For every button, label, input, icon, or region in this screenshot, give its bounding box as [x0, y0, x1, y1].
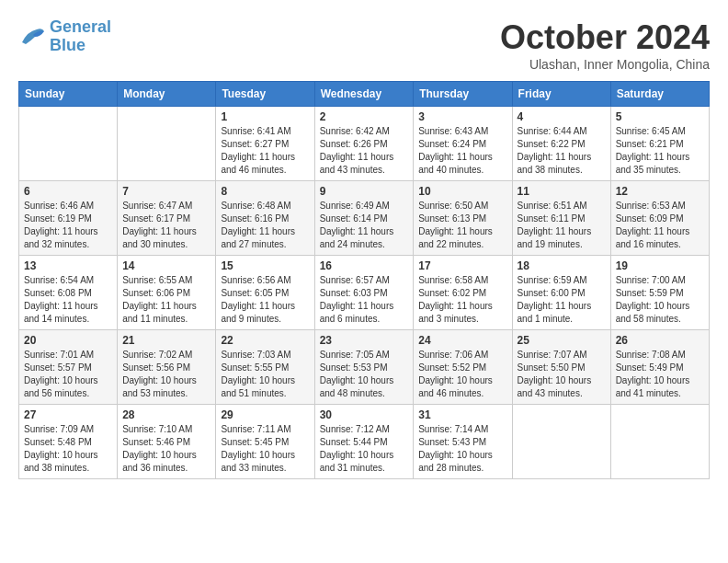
calendar-cell: 27Sunrise: 7:09 AM Sunset: 5:48 PM Dayli…: [19, 405, 118, 479]
day-number: 9: [320, 185, 409, 198]
calendar-cell: 14Sunrise: 6:55 AM Sunset: 6:06 PM Dayli…: [118, 256, 216, 330]
day-info: Sunrise: 7:14 AM Sunset: 5:43 PM Dayligh…: [418, 423, 506, 475]
calendar-cell: [512, 405, 610, 479]
calendar-cell: 31Sunrise: 7:14 AM Sunset: 5:43 PM Dayli…: [414, 405, 512, 479]
day-of-week-header: Monday: [118, 82, 216, 107]
day-number: 8: [221, 185, 309, 198]
day-number: 5: [616, 110, 704, 123]
calendar-cell: 3Sunrise: 6:43 AM Sunset: 6:24 PM Daylig…: [414, 107, 512, 181]
day-number: 13: [24, 259, 112, 272]
calendar-cell: 13Sunrise: 6:54 AM Sunset: 6:08 PM Dayli…: [19, 256, 118, 330]
day-of-week-header: Saturday: [610, 82, 709, 107]
day-number: 21: [122, 334, 210, 347]
day-info: Sunrise: 6:45 AM Sunset: 6:21 PM Dayligh…: [616, 125, 704, 177]
day-number: 18: [518, 259, 606, 272]
calendar-cell: 5Sunrise: 6:45 AM Sunset: 6:21 PM Daylig…: [610, 107, 709, 181]
day-info: Sunrise: 6:55 AM Sunset: 6:06 PM Dayligh…: [122, 274, 210, 326]
calendar-cell: 19Sunrise: 7:00 AM Sunset: 5:59 PM Dayli…: [610, 256, 709, 330]
day-number: 16: [320, 259, 409, 272]
day-info: Sunrise: 7:02 AM Sunset: 5:56 PM Dayligh…: [122, 349, 210, 400]
day-info: Sunrise: 7:07 AM Sunset: 5:50 PM Dayligh…: [518, 349, 606, 400]
calendar-cell: 12Sunrise: 6:53 AM Sunset: 6:09 PM Dayli…: [610, 181, 709, 256]
calendar-cell: 6Sunrise: 6:46 AM Sunset: 6:19 PM Daylig…: [19, 181, 118, 256]
day-number: 23: [320, 334, 409, 347]
calendar-cell: 15Sunrise: 6:56 AM Sunset: 6:05 PM Dayli…: [216, 256, 314, 330]
calendar-week-row: 20Sunrise: 7:01 AM Sunset: 5:57 PM Dayli…: [19, 330, 710, 405]
day-info: Sunrise: 6:41 AM Sunset: 6:27 PM Dayligh…: [221, 125, 309, 177]
calendar-cell: 2Sunrise: 6:42 AM Sunset: 6:26 PM Daylig…: [314, 107, 414, 181]
day-info: Sunrise: 7:12 AM Sunset: 5:44 PM Dayligh…: [320, 423, 409, 475]
day-info: Sunrise: 6:44 AM Sunset: 6:22 PM Dayligh…: [518, 125, 606, 177]
day-number: 30: [320, 408, 409, 421]
calendar-cell: [610, 405, 709, 479]
calendar-cell: [118, 107, 216, 181]
logo-text: General Blue: [50, 18, 111, 55]
day-info: Sunrise: 6:47 AM Sunset: 6:17 PM Dayligh…: [122, 200, 210, 251]
day-number: 19: [616, 259, 704, 272]
day-info: Sunrise: 6:56 AM Sunset: 6:05 PM Dayligh…: [221, 274, 309, 326]
day-number: 6: [24, 185, 112, 198]
calendar-cell: 28Sunrise: 7:10 AM Sunset: 5:46 PM Dayli…: [118, 405, 216, 479]
day-info: Sunrise: 7:05 AM Sunset: 5:53 PM Dayligh…: [320, 349, 409, 400]
calendar-cell: 4Sunrise: 6:44 AM Sunset: 6:22 PM Daylig…: [512, 107, 610, 181]
day-info: Sunrise: 6:54 AM Sunset: 6:08 PM Dayligh…: [24, 274, 112, 326]
logo-icon: [18, 24, 46, 50]
day-number: 22: [221, 334, 309, 347]
calendar-cell: 11Sunrise: 6:51 AM Sunset: 6:11 PM Dayli…: [512, 181, 610, 256]
day-of-week-header: Tuesday: [216, 82, 314, 107]
calendar-cell: 26Sunrise: 7:08 AM Sunset: 5:49 PM Dayli…: [610, 330, 709, 405]
day-of-week-header: Thursday: [414, 82, 512, 107]
calendar-cell: 29Sunrise: 7:11 AM Sunset: 5:45 PM Dayli…: [216, 405, 314, 479]
calendar-cell: 8Sunrise: 6:48 AM Sunset: 6:16 PM Daylig…: [216, 181, 314, 256]
day-info: Sunrise: 7:01 AM Sunset: 5:57 PM Dayligh…: [24, 349, 112, 400]
day-info: Sunrise: 6:53 AM Sunset: 6:09 PM Dayligh…: [616, 200, 704, 251]
calendar-cell: 17Sunrise: 6:58 AM Sunset: 6:02 PM Dayli…: [414, 256, 512, 330]
calendar-cell: 30Sunrise: 7:12 AM Sunset: 5:44 PM Dayli…: [314, 405, 414, 479]
day-of-week-header: Friday: [512, 82, 610, 107]
calendar-cell: 20Sunrise: 7:01 AM Sunset: 5:57 PM Dayli…: [19, 330, 118, 405]
day-number: 7: [122, 185, 210, 198]
calendar-cell: 25Sunrise: 7:07 AM Sunset: 5:50 PM Dayli…: [512, 330, 610, 405]
day-number: 25: [518, 334, 606, 347]
day-number: 28: [122, 408, 210, 421]
calendar-cell: 24Sunrise: 7:06 AM Sunset: 5:52 PM Dayli…: [414, 330, 512, 405]
day-number: 27: [24, 408, 112, 421]
day-number: 10: [418, 185, 506, 198]
calendar-body: 1Sunrise: 6:41 AM Sunset: 6:27 PM Daylig…: [19, 107, 710, 479]
day-number: 3: [418, 110, 506, 123]
title-block: October 2024 Ulashan, Inner Mongolia, Ch…: [500, 18, 710, 72]
day-number: 2: [320, 110, 409, 123]
calendar-week-row: 6Sunrise: 6:46 AM Sunset: 6:19 PM Daylig…: [19, 181, 710, 256]
calendar-header-row: SundayMondayTuesdayWednesdayThursdayFrid…: [19, 82, 710, 107]
calendar-cell: 16Sunrise: 6:57 AM Sunset: 6:03 PM Dayli…: [314, 256, 414, 330]
day-number: 20: [24, 334, 112, 347]
calendar-cell: 22Sunrise: 7:03 AM Sunset: 5:55 PM Dayli…: [216, 330, 314, 405]
day-info: Sunrise: 7:09 AM Sunset: 5:48 PM Dayligh…: [24, 423, 112, 475]
calendar-week-row: 1Sunrise: 6:41 AM Sunset: 6:27 PM Daylig…: [19, 107, 710, 181]
day-info: Sunrise: 6:50 AM Sunset: 6:13 PM Dayligh…: [418, 200, 506, 251]
day-info: Sunrise: 7:11 AM Sunset: 5:45 PM Dayligh…: [221, 423, 309, 475]
day-info: Sunrise: 7:08 AM Sunset: 5:49 PM Dayligh…: [616, 349, 704, 400]
day-info: Sunrise: 6:49 AM Sunset: 6:14 PM Dayligh…: [320, 200, 409, 251]
calendar-cell: 21Sunrise: 7:02 AM Sunset: 5:56 PM Dayli…: [118, 330, 216, 405]
day-of-week-header: Wednesday: [314, 82, 414, 107]
month-title: October 2024: [500, 18, 710, 57]
day-number: 17: [418, 259, 506, 272]
day-number: 29: [221, 408, 309, 421]
day-info: Sunrise: 7:03 AM Sunset: 5:55 PM Dayligh…: [221, 349, 309, 400]
day-info: Sunrise: 7:10 AM Sunset: 5:46 PM Dayligh…: [122, 423, 210, 475]
day-info: Sunrise: 6:57 AM Sunset: 6:03 PM Dayligh…: [320, 274, 409, 326]
day-number: 4: [518, 110, 606, 123]
day-info: Sunrise: 6:59 AM Sunset: 6:00 PM Dayligh…: [518, 274, 606, 326]
day-number: 26: [616, 334, 704, 347]
calendar-table: SundayMondayTuesdayWednesdayThursdayFrid…: [18, 81, 710, 479]
day-number: 15: [221, 259, 309, 272]
day-info: Sunrise: 7:06 AM Sunset: 5:52 PM Dayligh…: [418, 349, 506, 400]
calendar-cell: 9Sunrise: 6:49 AM Sunset: 6:14 PM Daylig…: [314, 181, 414, 256]
day-info: Sunrise: 6:46 AM Sunset: 6:19 PM Dayligh…: [24, 200, 112, 251]
day-number: 31: [418, 408, 506, 421]
calendar-week-row: 13Sunrise: 6:54 AM Sunset: 6:08 PM Dayli…: [19, 256, 710, 330]
page-header: General Blue October 2024 Ulashan, Inner…: [18, 18, 710, 72]
day-of-week-header: Sunday: [19, 82, 118, 107]
calendar-cell: 23Sunrise: 7:05 AM Sunset: 5:53 PM Dayli…: [314, 330, 414, 405]
